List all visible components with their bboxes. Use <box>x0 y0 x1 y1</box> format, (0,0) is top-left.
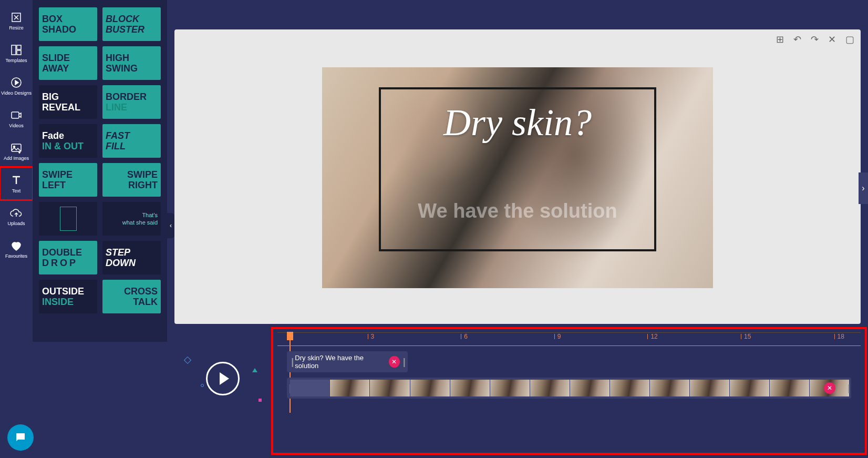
text-clip[interactable]: || Dry skin? We have the solution ✕ || <box>287 351 408 372</box>
tick: 15 <box>744 333 751 340</box>
decoration-diamond <box>184 357 191 364</box>
text-style-thumb[interactable]: STEPDOWN <box>102 241 161 274</box>
svg-rect-9 <box>18 437 22 438</box>
text-style-thumb[interactable]: CROSSTALK <box>102 280 161 313</box>
text-style-thumb[interactable]: HIGHSWING <box>102 46 161 80</box>
text-style-thumb[interactable]: FadeIN & OUT <box>39 124 97 158</box>
sidebar-label: Resize <box>9 25 24 30</box>
sidebar-label: Video Designs <box>1 90 32 96</box>
text-style-thumb[interactable]: BLOCKBUSTER <box>102 7 161 41</box>
clip-label: Dry skin? We have the solution <box>295 354 383 370</box>
text-style-thumb[interactable]: OUTSIDEINSIDE <box>39 280 97 313</box>
heart-icon <box>9 239 23 252</box>
close-icon[interactable]: ✕ <box>828 34 836 45</box>
video-clip[interactable]: || ✕ || <box>287 378 851 399</box>
templates-icon <box>9 43 23 57</box>
text-style-thumb[interactable]: BOXSHADO <box>39 7 97 41</box>
sidebar-item-templates[interactable]: Templates <box>0 37 33 69</box>
resize-icon <box>9 11 23 24</box>
text-style-thumb[interactable]: BORDERLINE <box>102 85 161 119</box>
decoration-square <box>259 399 262 402</box>
tick: 18 <box>838 333 844 340</box>
clip-handle-right[interactable]: || <box>403 357 404 368</box>
video-track: || ✕ || <box>277 378 861 399</box>
tick: 12 <box>650 333 657 340</box>
sidebar-item-video-designs[interactable]: Video Designs <box>0 69 33 102</box>
collapse-panel-tab[interactable]: ‹ <box>167 213 174 238</box>
timeline-ruler[interactable]: 3 6 9 12 15 18 <box>277 332 861 346</box>
video-canvas[interactable]: Dry skin? We have the solution <box>322 67 713 288</box>
chat-button[interactable] <box>7 424 34 451</box>
sidebar-label: Templates <box>5 58 27 63</box>
expand-right-tab[interactable]: › <box>859 172 868 204</box>
decoration-circle <box>201 384 204 387</box>
uploads-icon <box>9 206 23 220</box>
tick: 9 <box>557 333 561 340</box>
fullscreen-icon[interactable]: ▢ <box>845 34 854 45</box>
text-icon <box>9 174 23 187</box>
text-style-thumb[interactable]: FASTFILL <box>102 124 161 158</box>
undo-icon[interactable]: ↶ <box>793 34 801 45</box>
svg-rect-8 <box>18 435 23 436</box>
main-sidebar: Resize Templates Video Designs Videos Ad… <box>0 0 33 458</box>
text-style-thumb[interactable]: That'swhat she said <box>102 202 161 236</box>
clip-handle-left[interactable]: || <box>291 357 292 368</box>
sidebar-label: Videos <box>9 123 23 128</box>
sidebar-label: Text <box>12 188 21 194</box>
sidebar-label: Add Images <box>4 156 29 161</box>
clip-handle-right[interactable]: || <box>848 383 848 394</box>
svg-rect-5 <box>12 112 19 118</box>
play-button[interactable] <box>206 362 240 395</box>
canvas-subline[interactable]: We have the solution <box>322 200 713 222</box>
text-style-thumb[interactable]: SWIPELEFT <box>39 163 97 197</box>
sidebar-label: Favourites <box>5 253 27 259</box>
chat-icon <box>14 431 27 444</box>
sidebar-item-favourites[interactable]: Favourites <box>0 232 33 265</box>
text-style-thumb[interactable]: SWIPERIGHT <box>102 163 161 197</box>
decoration-triangle <box>252 368 257 372</box>
canvas-toolbar: ⊞ ↶ ↷ ✕ ▢ <box>776 34 854 45</box>
videos-icon <box>9 108 23 122</box>
delete-clip-button[interactable]: ✕ <box>389 356 400 368</box>
add-images-icon <box>9 141 23 155</box>
text-styles-panel: BOXSHADOBLOCKBUSTERSLIDEAWAYHIGHSWINGBIG… <box>33 0 167 342</box>
svg-rect-3 <box>17 50 21 55</box>
svg-rect-2 <box>17 45 21 49</box>
svg-rect-1 <box>12 45 16 55</box>
sidebar-label: Uploads <box>7 221 25 226</box>
text-style-thumb[interactable]: BIGREVEAL <box>39 85 97 119</box>
sidebar-item-text[interactable]: Text <box>0 167 33 200</box>
video-designs-icon <box>9 76 23 89</box>
sidebar-item-uploads[interactable]: Uploads <box>0 200 33 232</box>
tick: 6 <box>464 333 468 340</box>
text-style-thumb[interactable]: SLIDEAWAY <box>39 46 97 80</box>
sidebar-item-videos[interactable]: Videos <box>0 102 33 135</box>
text-style-thumb[interactable] <box>39 202 97 236</box>
timeline: 3 6 9 12 15 18 || Dry skin? We have the … <box>273 329 865 453</box>
sidebar-item-add-images[interactable]: Add Images <box>0 135 33 167</box>
tick: 3 <box>371 333 375 340</box>
canvas-area: ⊞ ↶ ↷ ✕ ▢ Dry skin? We have the solution <box>174 29 861 324</box>
text-track: || Dry skin? We have the solution ✕ || <box>277 351 861 372</box>
playback-area <box>174 337 271 421</box>
sidebar-item-resize[interactable]: Resize <box>0 4 33 37</box>
text-style-thumb[interactable]: DOUBLEDROP <box>39 241 97 274</box>
clip-handle-left[interactable]: || <box>289 383 290 394</box>
delete-clip-button[interactable]: ✕ <box>824 382 835 394</box>
playhead[interactable] <box>287 332 293 340</box>
redo-icon[interactable]: ↷ <box>811 34 819 45</box>
grid-icon[interactable]: ⊞ <box>776 34 784 45</box>
canvas-headline[interactable]: Dry skin? <box>322 101 713 145</box>
